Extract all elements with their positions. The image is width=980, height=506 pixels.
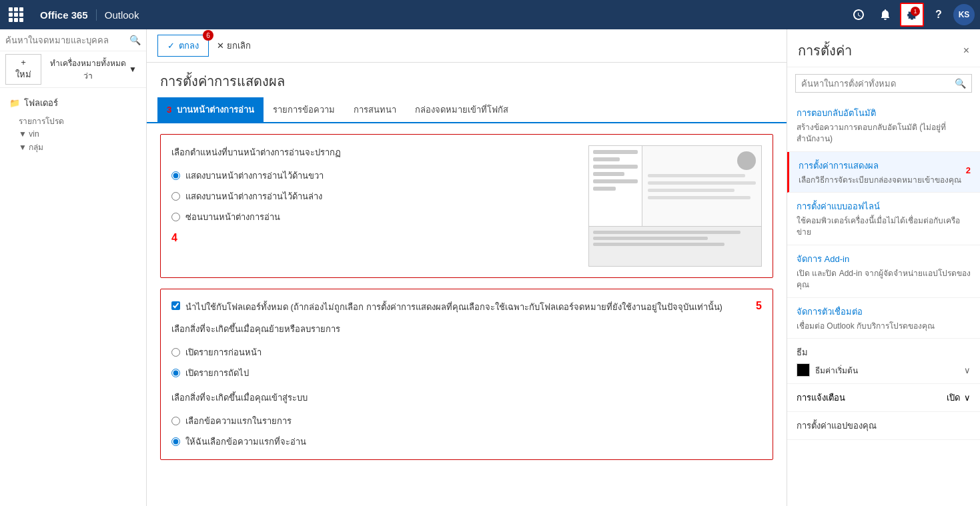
cancel-button[interactable]: ✕ ยกเลิก (217, 39, 251, 53)
sidebar-item-vin[interactable]: ▼ vin (5, 127, 141, 139)
radio-next[interactable] (171, 369, 180, 377)
main-layout: 🔍 + ใหม่ ทำเครื่องหมายทั้งหมดว่า ▼ 📁 โฟล… (0, 29, 980, 506)
group-label: กลุ่ม (29, 143, 43, 152)
app-name[interactable]: Outlook (97, 9, 147, 21)
option-prev-label: เปิดรายการก่อนหน้า (185, 345, 262, 359)
theme-chevron-icon: ∨ (964, 365, 971, 375)
option-right-label: แสดงบานหน้าต่างการอ่านไว้ด้านขวา (185, 169, 324, 183)
section-options: เลือกตำแหน่งที่บานหน้าต่างการอ่านจะปรากฏ… (171, 145, 575, 267)
theme-label: ธีม (797, 345, 971, 359)
option-hide-label: ซ่อนบานหน้าต่างการอ่าน (185, 210, 280, 224)
settings-search-bar: 🔍 (795, 74, 972, 93)
radio-bottom[interactable] (171, 192, 180, 201)
autoreply-title: การตอบกลับอัตโนมัติ (797, 106, 971, 120)
notification-chevron-icon: เปิด ∨ (947, 391, 971, 405)
notification-row[interactable]: การแจ้งเตือน เปิด ∨ (787, 384, 980, 412)
radio-let-me[interactable] (171, 437, 180, 446)
right-settings-header: การตั้งค่า × (787, 29, 980, 67)
save-button[interactable]: ✓ ตกลง 6 (157, 35, 209, 57)
sidebar-item-favoris[interactable]: รายการโปรด (5, 113, 141, 127)
search-icon[interactable]: 🔍 (129, 35, 141, 45)
cancel-x-icon: ✕ (217, 41, 224, 51)
bell-button[interactable] (873, 3, 897, 27)
modal-title: การตั้งค่าการแสดงผล (147, 63, 787, 97)
save-label: ตกลง (179, 39, 199, 53)
folder-icon: 📁 (9, 98, 20, 108)
preview-avatar (737, 151, 756, 170)
option-let-me[interactable]: ให้ฉันเลือกข้อความแรกที่จะอ่าน (171, 435, 762, 449)
settings-item-connectors[interactable]: จัดการตัวเชื่อมต่อ เชื่อมต่อ Outlook กับ… (787, 298, 980, 339)
inner-tabs: 3 บานหน้าต่างการอ่าน รายการข้อความ การสน… (147, 97, 787, 123)
custom-settings-row[interactable]: การตั้งค่าแอปของคุณ (787, 412, 980, 440)
option-let-me-label: ให้ฉันเลือกข้อความแรกที่จะอ่าน (185, 435, 306, 449)
connectors-title: จัดการตัวเชื่อมต่อ (797, 305, 971, 319)
preview-content-pane (642, 146, 761, 226)
settings-item-addins[interactable]: จัดการ Add-in เปิด และปิด Add-in จากผู้จ… (787, 245, 980, 298)
theme-option[interactable]: ธีมค่าเริ่มต้น ∨ (797, 363, 971, 377)
favoris-label: รายการโปรด (19, 117, 64, 126)
vin-toggle: ▼ (19, 129, 29, 139)
settings-button[interactable]: 1 (900, 3, 924, 27)
radio-group-position: แสดงบานหน้าต่างการอ่านไว้ด้านขวา แสดงบาน… (171, 169, 575, 224)
tab-message-list[interactable]: รายการข้อความ (264, 97, 344, 122)
settings-item-display[interactable]: การตั้งค่าการแสดงผล เลือกวิธีการจัดระเบี… (787, 152, 980, 193)
radio-prev[interactable] (171, 348, 180, 357)
user-avatar[interactable]: KS (953, 4, 975, 25)
apply-all-checkbox[interactable] (171, 301, 180, 310)
option-next-item[interactable]: เปิดรายการถัดไป (171, 366, 762, 380)
radio-group-move: เปิดรายการก่อนหน้า เปิดรายการถัดไป (171, 345, 762, 380)
offline-title: การตั้งค่าแบบออฟไลน์ (797, 199, 971, 213)
settings-item-autoreply[interactable]: การตอบกลับอัตโนมัติ สร้างข้อความการตอบกล… (787, 99, 980, 152)
sidebar: 🔍 + ใหม่ ทำเครื่องหมายทั้งหมดว่า ▼ 📁 โฟล… (0, 29, 147, 506)
office-title[interactable]: Office 365 (32, 9, 97, 21)
tab-conversation[interactable]: การสนทนา (344, 97, 406, 122)
annotation-5: 5 (756, 300, 762, 312)
reading-pane-preview (588, 145, 762, 267)
apply-all-folders-item[interactable]: นำไปใช้กับโฟลเดอร์ทั้งหมด (ถ้ากล่องไม่ถู… (171, 300, 756, 314)
settings-search-icon[interactable]: 🔍 (955, 78, 966, 89)
right-settings-panel: การตั้งค่า × 🔍 การตอบกลับอัตโนมัติ สร้าง… (787, 29, 980, 506)
annotation-4: 4 (171, 232, 575, 244)
theme-name: ธีมค่าเริ่มต้น (815, 364, 858, 377)
modal-toolbar: ✓ ตกลง 6 ✕ ยกเลิก (147, 29, 787, 63)
radio-right[interactable] (171, 171, 180, 180)
addins-title: จัดการ Add-in (797, 252, 971, 266)
display-desc: เลือกวิธีการจัดระเบียบกล่องจดหมายเข้าของ… (799, 175, 971, 186)
radio-first-select[interactable] (171, 417, 180, 425)
new-button[interactable]: + ใหม่ (5, 54, 41, 85)
radio-hide[interactable] (171, 213, 180, 221)
tab-reading-pane[interactable]: 3 บานหน้าต่างการอ่าน (157, 97, 264, 122)
tab-focused-inbox[interactable]: กล่องจดหมายเข้าที่โฟกัส (406, 97, 518, 122)
group-toggle: ▼ (19, 143, 29, 152)
help-button[interactable]: ? (927, 3, 951, 27)
app-grid-button[interactable] (5, 4, 27, 25)
grid-icon (9, 7, 23, 22)
theme-color-box (797, 363, 810, 377)
theme-row[interactable]: ธีม ธีมค่าเริ่มต้น ∨ (787, 339, 980, 384)
close-settings-button[interactable]: × (963, 45, 969, 57)
option-prev-item[interactable]: เปิดรายการก่อนหน้า (171, 345, 762, 359)
option-right[interactable]: แสดงบานหน้าต่างการอ่านไว้ด้านขวา (171, 169, 575, 183)
make-all-button[interactable]: ทำเครื่องหมายทั้งหมดว่า ▼ (45, 54, 141, 85)
section-reading-pane-position: เลือกตำแหน่งที่บานหน้าต่างการอ่านจะปรากฏ… (160, 134, 773, 278)
settings-search-input[interactable] (801, 79, 951, 89)
option-next-label: เปิดรายการถัดไป (185, 366, 249, 380)
check-icon: ✓ (167, 41, 175, 51)
nav-icon-group: 1 ? KS (847, 3, 975, 27)
settings-item-offline[interactable]: การตั้งค่าแบบออฟไลน์ ใช้คอมพิวเตอร์เครื่… (787, 193, 980, 245)
sidebar-search-bar: 🔍 (0, 29, 146, 51)
sidebar-actions: + ใหม่ ทำเครื่องหมายทั้งหมดว่า ▼ (0, 51, 146, 88)
skype-button[interactable] (847, 3, 871, 27)
folder-item-folders[interactable]: 📁 โฟลเดอร์ (5, 93, 141, 113)
annotation-3: 3 (167, 105, 171, 115)
sidebar-item-group[interactable]: ▼ กลุ่ม (5, 139, 141, 153)
option-bottom[interactable]: แสดงบานหน้าต่างการอ่านไว้ด้านล่าง (171, 189, 575, 203)
settings-badge: 1 (911, 7, 920, 16)
make-all-chevron: ▼ (129, 65, 137, 74)
option-first-select[interactable]: เลือกข้อความแรกในรายการ (171, 414, 762, 428)
option-bottom-label: แสดงบานหน้าต่างการอ่านไว้ด้านล่าง (185, 189, 322, 203)
settings-content: เลือกตำแหน่งที่บานหน้าต่างการอ่านจะปรากฏ… (147, 123, 787, 506)
folder-navigation: 📁 โฟลเดอร์ รายการโปรด ▼ vin ▼ กลุ่ม (0, 88, 146, 159)
option-hide[interactable]: ซ่อนบานหน้าต่างการอ่าน (171, 210, 575, 224)
search-input[interactable] (5, 35, 125, 45)
